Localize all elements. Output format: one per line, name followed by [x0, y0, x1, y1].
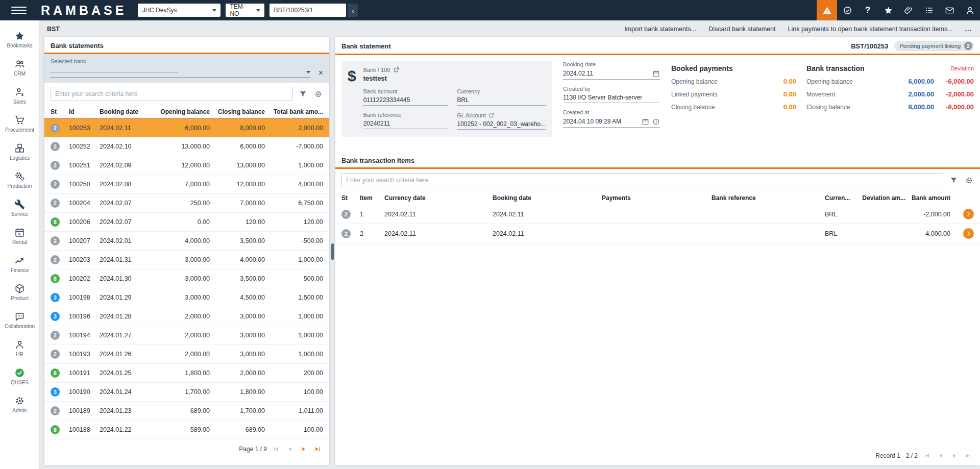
- column-bank-amount[interactable]: Bank amount: [905, 194, 950, 202]
- alert-icon[interactable]: [817, 0, 837, 20]
- sidebar-item-rental[interactable]: $ Rental: [0, 222, 39, 250]
- created-by-field[interactable]: 1130 I/O Server Batch-server: [563, 94, 660, 103]
- statement-row[interactable]: 2 100193 2024.01.26 2,000.00 3,000.00 1,…: [44, 345, 329, 364]
- more-actions-button[interactable]: ...: [965, 26, 972, 33]
- column-st[interactable]: St: [341, 194, 360, 202]
- previous-page-button[interactable]: [285, 445, 295, 454]
- bank-account-field[interactable]: 01112223334445: [363, 96, 448, 106]
- column-opening-balance[interactable]: Opening balance: [155, 108, 210, 115]
- last-page-button[interactable]: [964, 451, 973, 460]
- column-booking-date[interactable]: Booking date: [100, 108, 155, 115]
- sidebar-item-logistics[interactable]: Logistics: [0, 138, 39, 166]
- table-settings-gear-icon[interactable]: [313, 89, 323, 99]
- column-deviation-amount[interactable]: Deviation am...: [854, 194, 905, 202]
- link-payments-action[interactable]: Link payments to open bank statement tra…: [788, 26, 952, 33]
- column-item[interactable]: Item: [360, 194, 384, 202]
- document-ref-input[interactable]: [270, 4, 346, 17]
- filter-funnel-icon[interactable]: [298, 89, 308, 99]
- statement-row[interactable]: 2 100207 2024.02.01 4,000.00 3,500.00 -5…: [44, 232, 329, 251]
- table-settings-gear-icon[interactable]: [964, 175, 974, 185]
- first-page-button[interactable]: [272, 445, 281, 454]
- help-icon[interactable]: ?: [857, 0, 878, 20]
- transaction-item-row[interactable]: 2 2 2024.02.11 2024.02.11 BRL 4,000.00: [335, 224, 980, 243]
- last-page-button[interactable]: [313, 445, 322, 454]
- filter-funnel-icon[interactable]: [948, 175, 959, 185]
- items-search-input[interactable]: [341, 173, 943, 187]
- statement-opening-balance: 2,000.00: [155, 332, 210, 339]
- external-link-icon[interactable]: [488, 112, 495, 118]
- sidebar-item-finance[interactable]: Finance: [0, 250, 39, 278]
- calendar-icon[interactable]: [641, 117, 649, 126]
- column-st[interactable]: St: [51, 108, 69, 115]
- column-total-bank-amount[interactable]: Total bank amo...: [265, 108, 323, 115]
- next-page-button[interactable]: [950, 451, 959, 460]
- sidebar-item-service[interactable]: Service: [0, 194, 39, 222]
- sidebar-item-procurement[interactable]: Procurement: [0, 110, 39, 138]
- chevron-down-icon[interactable]: [306, 71, 310, 76]
- sidebar-item-product[interactable]: Product: [0, 278, 39, 306]
- open-item-arrow-button[interactable]: [963, 209, 974, 219]
- clear-bank-filter-button[interactable]: ×: [318, 69, 323, 77]
- statement-row[interactable]: 2 100252 2024.02.10 13,000.00 6,000.00 -…: [44, 137, 329, 156]
- company-selector[interactable]: TEM-NO: [226, 4, 264, 17]
- statement-row[interactable]: 2 100204 2024.02.07 250.00 7,000.00 6,75…: [44, 194, 329, 213]
- open-item-arrow-button[interactable]: [963, 228, 974, 239]
- sidebar-item-collaboration[interactable]: Collaboration: [0, 306, 39, 334]
- clock-icon[interactable]: [652, 117, 660, 126]
- statements-search-input[interactable]: [51, 87, 292, 101]
- profile-person-icon[interactable]: [960, 0, 980, 20]
- attachment-paperclip-icon[interactable]: [898, 0, 919, 20]
- booking-date-field[interactable]: 2024.02.11: [563, 69, 660, 80]
- statement-row[interactable]: 8 100202 2024.01.30 3,000.00 3,500.00 50…: [44, 269, 329, 288]
- gl-account-field[interactable]: 100252 - 002_002_03_wareho...: [457, 120, 546, 130]
- created-at-field[interactable]: 2024.04.10 09:28 AM: [563, 117, 660, 128]
- column-currency[interactable]: Curren...: [825, 194, 854, 202]
- statement-row[interactable]: 3 100198 2024.01.29 3,000.00 4,500.00 1,…: [44, 288, 329, 307]
- status-badge-pill[interactable]: Pending payment linking 2: [894, 41, 974, 51]
- statement-row[interactable]: 2 100189 2024.01.23 689.00 1,700.00 1,01…: [44, 402, 329, 421]
- statement-row[interactable]: 3 100190 2024.01.24 1,700.00 1,800.00 10…: [44, 383, 329, 402]
- external-link-icon[interactable]: [393, 66, 399, 73]
- sidebar-item-bookmarks[interactable]: Bookmarks: [0, 26, 39, 54]
- sidebar-item-admin[interactable]: Admin: [0, 390, 39, 418]
- sidebar-item-sales[interactable]: $ Sales: [0, 82, 39, 110]
- statement-row[interactable]: 2 100253 2024.02.11 6,000.00 8,000.00 2,…: [44, 118, 329, 137]
- sidebar-item-crm[interactable]: CRM: [0, 54, 39, 82]
- statement-row[interactable]: 8 100188 2024.01.22 589.00 689.00 100.00: [44, 421, 329, 439]
- import-bank-statements-action[interactable]: Import bank statements...: [624, 26, 696, 33]
- calendar-icon[interactable]: [652, 69, 660, 78]
- panel-splitter[interactable]: [329, 37, 335, 465]
- favorites-star-icon[interactable]: [878, 0, 898, 20]
- statement-row[interactable]: 2 100194 2024.01.27 2,000.00 3,000.00 1,…: [44, 326, 329, 345]
- bank-reference-field[interactable]: 20240211: [363, 120, 448, 129]
- column-payments[interactable]: Payments: [602, 194, 712, 202]
- next-page-button[interactable]: [299, 445, 308, 454]
- column-bank-reference[interactable]: Bank reference: [712, 194, 825, 202]
- sidebar-item-production[interactable]: Production: [0, 166, 39, 194]
- column-currency-date[interactable]: Currency date: [384, 194, 493, 202]
- task-list-icon[interactable]: [919, 0, 939, 20]
- menu-hamburger-icon[interactable]: [11, 3, 27, 18]
- rambase-logo[interactable]: RAMBASE: [41, 3, 127, 18]
- statement-row[interactable]: 2 100250 2024.02.08 7,000.00 12,000.00 4…: [44, 175, 329, 194]
- column-id[interactable]: Id: [69, 108, 100, 115]
- column-booking-date[interactable]: Booking date: [493, 194, 602, 202]
- approvals-check-icon[interactable]: [837, 0, 857, 20]
- discard-bank-statement-action[interactable]: Discard bank statement: [708, 26, 775, 33]
- sidebar-item-qhses[interactable]: QHSES: [0, 362, 39, 390]
- currency-field[interactable]: BRL: [457, 96, 546, 106]
- statement-row[interactable]: 3 100196 2024.01.28 2,000.00 3,000.00 1,…: [44, 307, 329, 326]
- back-button[interactable]: ‹: [348, 4, 358, 17]
- system-selector[interactable]: JHC DevSys: [138, 4, 220, 17]
- statement-row[interactable]: 2 100251 2024.02.09 12,000.00 13,000.00 …: [44, 156, 329, 175]
- messages-mail-icon[interactable]: [939, 0, 960, 20]
- selected-bank-combobox[interactable]: ----------------------------------------…: [51, 68, 310, 78]
- transaction-item-row[interactable]: 2 1 2024.02.11 2024.02.11 BRL -2,000.00: [335, 205, 980, 224]
- first-page-button[interactable]: [922, 451, 932, 460]
- statement-row[interactable]: 8 100206 2024.02.07 0.00 120.00 120.00: [44, 213, 329, 232]
- statement-row[interactable]: 2 100203 2024.01.31 3,000.00 4,000.00 1,…: [44, 251, 329, 269]
- statement-row[interactable]: 8 100191 2024.01.25 1,800.00 2,000.00 20…: [44, 364, 329, 383]
- sidebar-item-hr[interactable]: HR: [0, 334, 39, 362]
- column-closing-balance[interactable]: Closing balance: [210, 108, 265, 115]
- previous-page-button[interactable]: [936, 451, 945, 460]
